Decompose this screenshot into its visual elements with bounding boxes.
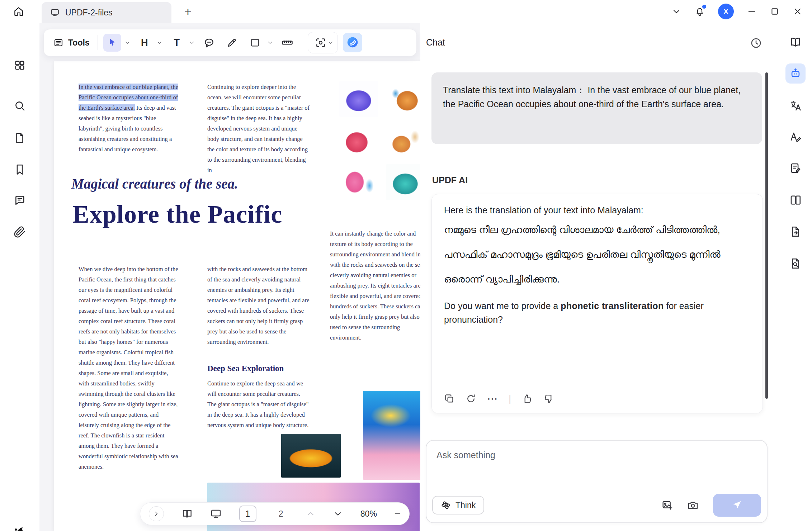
select-tool-button[interactable] (103, 34, 121, 52)
minus-icon: − (394, 508, 401, 520)
zoom-level-button[interactable]: 80% (360, 509, 377, 519)
measure-tool-button[interactable] (278, 34, 296, 52)
sidebar-item-attachments[interactable] (12, 224, 28, 240)
new-tab-button[interactable]: + (179, 3, 197, 20)
ai-sender-label: UPDF AI (432, 175, 468, 185)
titlebar: UPDF-2-files + X (0, 0, 812, 23)
next-page-number[interactable]: 2 (274, 509, 288, 519)
ai-followup-question: Do you want me to provide a phonetic tra… (444, 299, 750, 327)
coral-image-tan-cluster (386, 123, 420, 158)
viewfinder-icon (315, 37, 326, 48)
sidebar-item-apps[interactable] (12, 57, 28, 73)
ai-malayalam-translation: നമ്മുടെ നീല ഗ്രഹത്തിന്റെ വിശാലമായ ചേർത്ത… (444, 218, 750, 292)
shape-tool-button[interactable] (246, 34, 264, 52)
bookmark-icon (14, 163, 26, 176)
zoom-out-button[interactable]: − (394, 508, 401, 520)
sidebar-item-reader[interactable] (785, 32, 806, 52)
collapse-chevron-button[interactable] (671, 6, 681, 16)
page-navigation-bar: 2 80% − (140, 502, 410, 525)
thumbs-up-icon (522, 393, 533, 404)
heading-tool-chevron[interactable] (156, 39, 163, 46)
chat-scrollbar[interactable] (765, 72, 768, 399)
translate-icon (789, 100, 802, 112)
more-actions-button[interactable]: ⋯ (487, 393, 498, 404)
think-mode-button[interactable]: Think (432, 496, 484, 515)
screenshot-capture-button[interactable] (687, 499, 699, 511)
thumbs-up-button[interactable] (522, 393, 533, 404)
window-close-button[interactable] (793, 6, 803, 16)
copy-icon (444, 393, 455, 404)
sidebar-item-form-filler[interactable] (785, 158, 806, 178)
send-message-button[interactable] (713, 494, 761, 517)
user-avatar[interactable]: X (718, 4, 734, 19)
history-clock-icon (750, 37, 762, 49)
attach-image-button[interactable] (661, 499, 673, 511)
camera-icon (687, 499, 699, 511)
next-page-button[interactable] (333, 509, 343, 519)
send-plane-icon (732, 499, 742, 511)
home-button[interactable] (11, 4, 27, 19)
window-maximize-button[interactable] (770, 6, 780, 16)
rectangle-icon (250, 37, 260, 48)
pen-tool-button[interactable] (223, 34, 241, 52)
heading-tool-button[interactable]: H (136, 34, 154, 52)
window-minimize-button[interactable] (747, 6, 757, 16)
screenshot-tool-button[interactable] (312, 34, 330, 52)
sidebar-item-translate[interactable] (785, 96, 806, 116)
grid-icon (14, 59, 26, 71)
sidebar-item-ai-assistant[interactable] (785, 63, 806, 84)
plus-icon: + (184, 5, 192, 19)
select-tool-chevron[interactable] (124, 39, 131, 46)
previous-page-button[interactable] (306, 509, 316, 519)
sidebar-item-bookmarks[interactable] (12, 162, 28, 177)
expand-nav-button[interactable] (149, 506, 164, 521)
doc-subtitle: Magical creatures of the sea. (71, 176, 238, 192)
copy-button[interactable] (444, 393, 455, 404)
screenshot-tool-chevron[interactable] (327, 39, 334, 46)
tools-icon (53, 37, 64, 48)
text-tool-button[interactable]: T (168, 34, 186, 52)
document-icon (14, 132, 26, 144)
tab-label: UPDF-2-files (65, 8, 113, 18)
page-layout-button[interactable] (181, 508, 193, 520)
thumbs-down-button[interactable] (543, 393, 554, 404)
reading-mode-button[interactable] (210, 508, 222, 520)
sidebar-item-page-view[interactable] (785, 190, 806, 210)
text-glyph: T (174, 37, 180, 48)
two-pages-icon (789, 194, 802, 206)
chat-input-actions: Think (432, 494, 761, 517)
doc-col2-mid: with the rocks and seaweeds at the botto… (207, 264, 310, 347)
right-sidebar (779, 23, 812, 531)
display-icon (210, 508, 222, 520)
chat-history-button[interactable] (749, 36, 763, 50)
comment-tool-button[interactable] (200, 34, 218, 52)
text-tool-chevron[interactable] (189, 39, 195, 46)
doc-col1-body: When we dive deep into the bottom of the… (79, 264, 180, 472)
ai-chat-panel: Chat Translate this text into Malayalam：… (420, 23, 779, 531)
coral-image-grid (339, 81, 420, 200)
regenerate-button[interactable] (466, 393, 476, 404)
ai-assistant-tool-button[interactable] (343, 33, 362, 52)
shape-tool-chevron[interactable] (267, 39, 273, 46)
sidebar-item-pages[interactable] (12, 130, 28, 146)
chat-input-field[interactable] (436, 450, 757, 484)
file-export-icon (789, 226, 802, 238)
sidebar-item-doc-search[interactable] (785, 253, 806, 274)
user-message-bubble: Translate this text into Malayalam： In t… (431, 72, 762, 144)
paperclip-icon (14, 226, 26, 238)
atom-icon (441, 500, 451, 510)
heading-glyph: H (141, 37, 148, 48)
coral-image-teal-tubes (386, 164, 420, 200)
notifications-button[interactable] (694, 6, 705, 17)
sidebar-item-search[interactable] (12, 98, 28, 114)
tools-button[interactable]: Tools (50, 37, 93, 48)
current-page-input[interactable] (239, 506, 256, 522)
sidebar-item-export[interactable] (785, 222, 806, 242)
chat-input-box: Think (426, 440, 768, 523)
sidebar-item-comments[interactable] (12, 192, 28, 208)
open-book-icon (789, 36, 802, 48)
document-tab[interactable]: UPDF-2-files (42, 2, 171, 23)
writing-pencil-icon (789, 131, 802, 143)
coral-image-purple-anemone (339, 81, 378, 117)
sidebar-item-ai-writing[interactable] (785, 127, 806, 147)
